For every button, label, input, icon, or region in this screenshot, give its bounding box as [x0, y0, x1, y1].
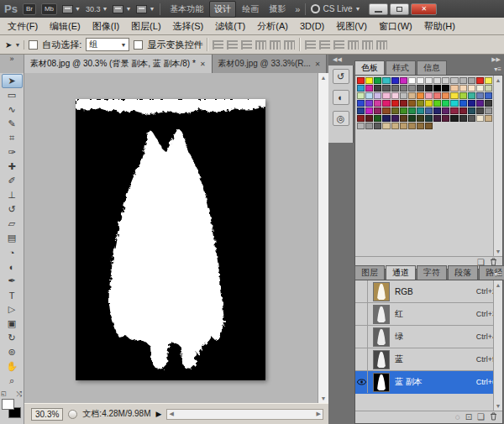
workspace-button-0[interactable]: 基本功能	[165, 2, 207, 17]
swatch-5[interactable]	[400, 77, 407, 84]
masks-panel-icon[interactable]: ◎	[333, 111, 349, 126]
swatch-17[interactable]	[365, 85, 373, 92]
swatch-47[interactable]	[485, 92, 492, 99]
swatch-69[interactable]	[400, 107, 407, 114]
mini-bridge-button[interactable]: Mb	[41, 3, 57, 15]
swatch-99[interactable]	[382, 123, 390, 129]
document-tab-1[interactable]: 素材09.jpg @ 33.3%(R...✕	[213, 55, 328, 73]
swatch-65[interactable]	[365, 107, 373, 114]
channel-row-RGB[interactable]: RGBCtrl+2	[355, 280, 502, 303]
swatch-39[interactable]	[417, 92, 424, 99]
swatch-79[interactable]	[485, 107, 492, 114]
swatch-98[interactable]	[374, 123, 381, 129]
gradient-tool[interactable]: ▤	[2, 231, 23, 245]
swatch-44[interactable]	[459, 92, 467, 99]
channels-tab-0[interactable]: 图层	[354, 265, 385, 280]
canvas-area[interactable]	[24, 73, 318, 403]
swatch-90[interactable]	[442, 115, 449, 122]
swatch-3[interactable]	[382, 77, 390, 84]
swatch-18[interactable]	[374, 85, 381, 92]
channels-tab-3[interactable]: 段落	[448, 265, 478, 280]
swatch-89[interactable]	[433, 115, 441, 122]
channels-tab-1[interactable]: 通道	[386, 265, 416, 280]
3d-object-rotate-tool[interactable]: ↻	[2, 331, 23, 345]
zoom-tool[interactable]: ⌕	[2, 374, 23, 388]
distribute-bottom-edges-icon[interactable]	[333, 40, 344, 50]
spot-healing-brush-tool[interactable]: ✚	[2, 160, 23, 174]
swatch-91[interactable]	[450, 115, 458, 122]
swatch-94[interactable]	[476, 115, 484, 122]
scroll-right-icon[interactable]: ▶	[317, 409, 321, 419]
history-brush-tool[interactable]: ↺	[2, 202, 23, 217]
swatch-88[interactable]	[425, 115, 433, 122]
tools-panel-collapse-button[interactable]: »	[0, 55, 24, 73]
document-tab-0[interactable]: 素材08.jpg @ 30.3% (背景 副本, 蓝 副本/8) *✕	[24, 55, 213, 73]
swatch-96[interactable]	[357, 123, 365, 129]
swatch-16[interactable]	[357, 85, 365, 92]
channel-row-绿[interactable]: 绿Ctrl+4	[355, 326, 502, 348]
channel-row-蓝[interactable]: 蓝Ctrl+5	[355, 348, 502, 371]
panel-menu-icon[interactable]: ▾≡	[494, 65, 501, 73]
screen-mode-button[interactable]: ▼	[136, 5, 155, 13]
swatch-56[interactable]	[425, 100, 433, 107]
align-h-centers-icon[interactable]	[270, 40, 281, 50]
channels-scrollbar[interactable]: ▲ ▼	[493, 280, 502, 411]
swatch-8[interactable]	[425, 77, 433, 84]
swatch-31[interactable]	[485, 85, 492, 92]
swatch-37[interactable]	[400, 92, 407, 99]
swatch-61[interactable]	[468, 100, 475, 107]
swatch-81[interactable]	[365, 115, 373, 122]
swatch-7[interactable]	[417, 77, 424, 84]
visibility-toggle[interactable]	[355, 371, 368, 393]
swatch-78[interactable]	[476, 107, 484, 114]
show-transform-controls-checkbox[interactable]	[134, 40, 143, 50]
menu-item-0[interactable]: 文件(F)	[2, 18, 44, 34]
swatch-35[interactable]	[382, 92, 390, 99]
document-canvas[interactable]	[76, 99, 265, 380]
horizontal-type-tool[interactable]: T	[2, 288, 23, 302]
panel-menu-icon[interactable]: ▾≡	[494, 270, 501, 278]
path-selection-tool[interactable]: ▷	[2, 302, 23, 317]
swatch-10[interactable]	[442, 77, 449, 84]
swatch-97[interactable]	[365, 123, 373, 129]
menu-item-7[interactable]: 3D(D)	[294, 19, 330, 33]
auto-select-checkbox[interactable]	[29, 40, 38, 50]
swatch-82[interactable]	[374, 115, 381, 122]
swatch-92[interactable]	[459, 115, 467, 122]
menu-item-9[interactable]: 窗口(W)	[373, 18, 418, 34]
scroll-down-icon[interactable]: ▼	[496, 247, 501, 256]
swatch-84[interactable]	[391, 115, 399, 122]
menu-item-1[interactable]: 编辑(E)	[44, 18, 87, 34]
swatch-42[interactable]	[442, 92, 449, 99]
swatch-59[interactable]	[450, 100, 458, 107]
arrange-documents-button[interactable]: ▼	[62, 5, 81, 13]
swatch-30[interactable]	[476, 85, 484, 92]
swatch-104[interactable]	[425, 123, 433, 129]
align-left-edges-icon[interactable]	[255, 40, 266, 50]
scroll-left-icon[interactable]: ◀	[169, 409, 173, 419]
channels-tab-2[interactable]: 字符	[417, 265, 447, 280]
menu-item-6[interactable]: 分析(A)	[251, 18, 294, 34]
minimize-button[interactable]	[369, 3, 388, 15]
swatch-85[interactable]	[400, 115, 407, 122]
status-zoom-field[interactable]: 30.3%	[31, 408, 63, 421]
swatch-67[interactable]	[382, 107, 390, 114]
swatch-32[interactable]	[357, 92, 365, 99]
swatch-20[interactable]	[391, 85, 399, 92]
swatch-28[interactable]	[459, 85, 467, 92]
swatch-80[interactable]	[357, 115, 365, 122]
swatch-73[interactable]	[433, 107, 441, 114]
swatch-50[interactable]	[374, 100, 381, 107]
eraser-tool[interactable]: ▱	[2, 217, 23, 231]
distribute-h-centers-icon[interactable]	[362, 40, 373, 50]
zoom-level-control[interactable]: 30.3 ▼	[86, 5, 108, 13]
swatch-6[interactable]	[408, 77, 416, 84]
scroll-up-icon[interactable]: ▲	[496, 280, 501, 290]
menu-item-4[interactable]: 选择(S)	[167, 18, 210, 34]
3d-camera-orbit-tool[interactable]: ⊚	[2, 345, 23, 359]
swatch-87[interactable]	[417, 115, 424, 122]
vertical-scrollbar[interactable]: ▲ ▼	[318, 73, 328, 403]
swatch-40[interactable]	[425, 92, 433, 99]
menu-item-10[interactable]: 帮助(H)	[418, 18, 461, 34]
crop-tool[interactable]: ⌗	[2, 131, 23, 145]
